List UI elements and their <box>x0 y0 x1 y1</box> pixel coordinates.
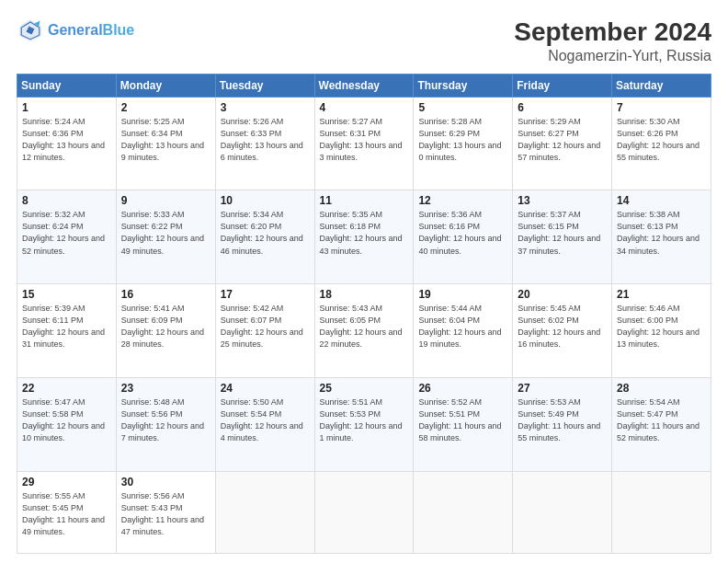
calendar-subtitle: Nogamerzin-Yurt, Russia <box>514 48 711 64</box>
calendar-day-cell: 7Sunrise: 5:30 AMSunset: 6:26 PMDaylight… <box>612 97 711 190</box>
day-number: 15 <box>22 288 111 301</box>
day-number: 21 <box>617 288 706 301</box>
day-number: 1 <box>22 101 111 114</box>
weekday-header: Monday <box>116 74 215 97</box>
day-info: Sunrise: 5:53 AMSunset: 5:49 PMDaylight:… <box>518 396 607 444</box>
calendar-day-cell: 11Sunrise: 5:35 AMSunset: 6:18 PMDayligh… <box>314 190 414 284</box>
calendar-day-cell: 16Sunrise: 5:41 AMSunset: 6:09 PMDayligh… <box>116 284 215 378</box>
calendar-body: 1Sunrise: 5:24 AMSunset: 6:36 PMDaylight… <box>17 97 711 553</box>
day-number: 19 <box>418 288 507 301</box>
day-info: Sunrise: 5:54 AMSunset: 5:47 PMDaylight:… <box>617 396 706 444</box>
day-info: Sunrise: 5:24 AMSunset: 6:36 PMDaylight:… <box>22 116 111 164</box>
day-number: 2 <box>121 101 210 114</box>
day-number: 5 <box>418 101 507 114</box>
calendar-week-row: 1Sunrise: 5:24 AMSunset: 6:36 PMDaylight… <box>17 97 711 190</box>
logo-icon <box>17 17 44 44</box>
calendar-week-row: 29Sunrise: 5:55 AMSunset: 5:45 PMDayligh… <box>17 471 711 553</box>
day-info: Sunrise: 5:38 AMSunset: 6:13 PMDaylight:… <box>617 209 706 257</box>
day-info: Sunrise: 5:29 AMSunset: 6:27 PMDaylight:… <box>518 116 607 164</box>
calendar-day-cell: 4Sunrise: 5:27 AMSunset: 6:31 PMDaylight… <box>314 97 414 190</box>
calendar-day-cell: 17Sunrise: 5:42 AMSunset: 6:07 PMDayligh… <box>215 284 314 378</box>
day-number: 29 <box>22 476 111 488</box>
logo-line2: Blue <box>103 22 135 38</box>
day-number: 22 <box>22 382 111 395</box>
day-info: Sunrise: 5:43 AMSunset: 6:05 PMDaylight:… <box>320 303 409 350</box>
calendar-day-cell: 24Sunrise: 5:50 AMSunset: 5:54 PMDayligh… <box>215 377 314 471</box>
logo: GeneralBlue <box>17 17 134 44</box>
day-number: 30 <box>121 476 210 488</box>
calendar-day-cell: 27Sunrise: 5:53 AMSunset: 5:49 PMDayligh… <box>513 377 612 471</box>
calendar-day-cell: 14Sunrise: 5:38 AMSunset: 6:13 PMDayligh… <box>612 190 711 284</box>
day-number: 8 <box>22 194 111 207</box>
calendar-day-cell <box>513 471 612 553</box>
day-info: Sunrise: 5:47 AMSunset: 5:58 PMDaylight:… <box>22 396 111 444</box>
day-number: 11 <box>320 194 409 207</box>
weekday-header: Wednesday <box>314 74 414 97</box>
calendar-week-row: 22Sunrise: 5:47 AMSunset: 5:58 PMDayligh… <box>17 377 711 471</box>
calendar-day-cell: 15Sunrise: 5:39 AMSunset: 6:11 PMDayligh… <box>17 284 117 378</box>
day-info: Sunrise: 5:56 AMSunset: 5:43 PMDaylight:… <box>121 490 210 538</box>
calendar-day-cell: 12Sunrise: 5:36 AMSunset: 6:16 PMDayligh… <box>414 190 513 284</box>
day-number: 12 <box>418 194 507 207</box>
calendar-day-cell <box>314 471 414 553</box>
calendar-day-cell: 29Sunrise: 5:55 AMSunset: 5:45 PMDayligh… <box>17 471 117 553</box>
day-info: Sunrise: 5:37 AMSunset: 6:15 PMDaylight:… <box>518 209 607 257</box>
calendar-day-cell: 28Sunrise: 5:54 AMSunset: 5:47 PMDayligh… <box>612 377 711 471</box>
day-info: Sunrise: 5:36 AMSunset: 6:16 PMDaylight:… <box>418 209 507 257</box>
day-number: 14 <box>617 194 706 207</box>
day-info: Sunrise: 5:45 AMSunset: 6:02 PMDaylight:… <box>518 303 607 350</box>
calendar-day-cell: 21Sunrise: 5:46 AMSunset: 6:00 PMDayligh… <box>612 284 711 378</box>
calendar-week-row: 15Sunrise: 5:39 AMSunset: 6:11 PMDayligh… <box>17 284 711 378</box>
day-info: Sunrise: 5:52 AMSunset: 5:51 PMDaylight:… <box>418 396 507 444</box>
calendar-day-cell: 9Sunrise: 5:33 AMSunset: 6:22 PMDaylight… <box>116 190 215 284</box>
day-info: Sunrise: 5:25 AMSunset: 6:34 PMDaylight:… <box>121 116 210 164</box>
day-number: 28 <box>617 382 706 395</box>
day-info: Sunrise: 5:39 AMSunset: 6:11 PMDaylight:… <box>22 303 111 350</box>
calendar-day-cell: 30Sunrise: 5:56 AMSunset: 5:43 PMDayligh… <box>116 471 215 553</box>
calendar-day-cell: 1Sunrise: 5:24 AMSunset: 6:36 PMDaylight… <box>17 97 117 190</box>
page: GeneralBlue September 2024 Nogamerzin-Yu… <box>0 0 728 563</box>
weekday-header: Thursday <box>414 74 513 97</box>
day-number: 23 <box>121 382 210 395</box>
calendar-day-cell: 13Sunrise: 5:37 AMSunset: 6:15 PMDayligh… <box>513 190 612 284</box>
day-info: Sunrise: 5:41 AMSunset: 6:09 PMDaylight:… <box>121 303 210 350</box>
weekday-header: Friday <box>513 74 612 97</box>
day-number: 17 <box>221 288 310 301</box>
calendar-table: SundayMondayTuesdayWednesdayThursdayFrid… <box>17 74 711 554</box>
calendar-day-cell: 6Sunrise: 5:29 AMSunset: 6:27 PMDaylight… <box>513 97 612 190</box>
day-number: 7 <box>617 101 706 114</box>
calendar-day-cell: 18Sunrise: 5:43 AMSunset: 6:05 PMDayligh… <box>314 284 414 378</box>
day-info: Sunrise: 5:50 AMSunset: 5:54 PMDaylight:… <box>221 396 310 444</box>
day-info: Sunrise: 5:42 AMSunset: 6:07 PMDaylight:… <box>221 303 310 350</box>
day-number: 27 <box>518 382 607 395</box>
day-number: 3 <box>221 101 310 114</box>
calendar-day-cell: 8Sunrise: 5:32 AMSunset: 6:24 PMDaylight… <box>17 190 117 284</box>
weekday-header: Tuesday <box>215 74 314 97</box>
calendar-day-cell: 25Sunrise: 5:51 AMSunset: 5:53 PMDayligh… <box>314 377 414 471</box>
day-number: 6 <box>518 101 607 114</box>
day-number: 25 <box>320 382 409 395</box>
calendar-title: September 2024 <box>514 17 711 48</box>
calendar-day-cell: 2Sunrise: 5:25 AMSunset: 6:34 PMDaylight… <box>116 97 215 190</box>
weekday-header: Saturday <box>612 74 711 97</box>
day-number: 16 <box>121 288 210 301</box>
day-info: Sunrise: 5:35 AMSunset: 6:18 PMDaylight:… <box>320 209 409 257</box>
day-info: Sunrise: 5:33 AMSunset: 6:22 PMDaylight:… <box>121 209 210 257</box>
day-number: 18 <box>320 288 409 301</box>
day-info: Sunrise: 5:46 AMSunset: 6:00 PMDaylight:… <box>617 303 706 350</box>
calendar-day-cell: 19Sunrise: 5:44 AMSunset: 6:04 PMDayligh… <box>414 284 513 378</box>
calendar-week-row: 8Sunrise: 5:32 AMSunset: 6:24 PMDaylight… <box>17 190 711 284</box>
weekday-header: Sunday <box>17 74 117 97</box>
day-number: 10 <box>221 194 310 207</box>
day-info: Sunrise: 5:51 AMSunset: 5:53 PMDaylight:… <box>320 396 409 444</box>
calendar-day-cell: 26Sunrise: 5:52 AMSunset: 5:51 PMDayligh… <box>414 377 513 471</box>
day-number: 13 <box>518 194 607 207</box>
day-number: 20 <box>518 288 607 301</box>
day-info: Sunrise: 5:26 AMSunset: 6:33 PMDaylight:… <box>221 116 310 164</box>
calendar-day-cell <box>215 471 314 553</box>
day-info: Sunrise: 5:44 AMSunset: 6:04 PMDaylight:… <box>418 303 507 350</box>
calendar-day-cell: 22Sunrise: 5:47 AMSunset: 5:58 PMDayligh… <box>17 377 117 471</box>
day-info: Sunrise: 5:27 AMSunset: 6:31 PMDaylight:… <box>320 116 409 164</box>
day-number: 24 <box>221 382 310 395</box>
logo-text: GeneralBlue <box>48 22 134 39</box>
